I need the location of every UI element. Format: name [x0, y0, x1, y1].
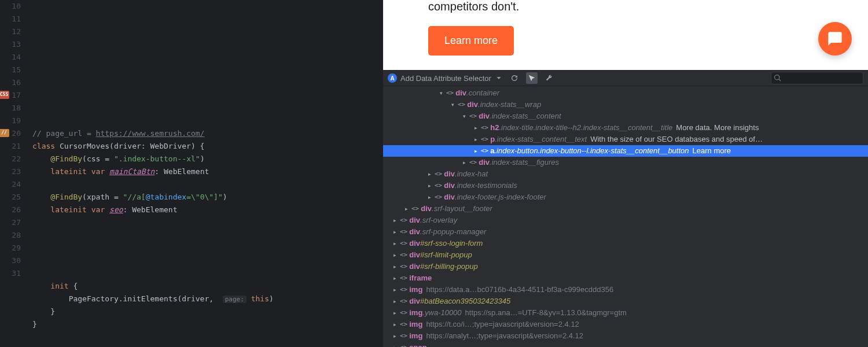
settings-wrench-icon[interactable] [543, 72, 555, 84]
dom-node[interactable]: ▸<>iframe [383, 272, 868, 284]
refresh-icon[interactable] [509, 72, 520, 84]
learn-more-button[interactable]: Learn more [428, 26, 514, 56]
selector-badge-icon: A [388, 73, 397, 83]
element-picker-icon[interactable] [526, 72, 538, 84]
dom-node[interactable]: ▸<>imghttps://analyt…;type=javascript&ve… [383, 330, 868, 342]
dom-node[interactable]: ▸<>h2.index-title.index-title--h2.index-… [383, 122, 868, 134]
chevron-down-icon[interactable] [495, 74, 503, 82]
dom-node[interactable]: ▸<>imghttps://t.co/i…;type=javascript&ve… [383, 319, 868, 330]
dom-node[interactable]: ▸<>div#srf-sso-login-form [383, 238, 868, 249]
add-selector-label[interactable]: Add Data Attribute Selector [400, 74, 491, 83]
dom-node[interactable]: ▸<>div.index-hat [383, 168, 868, 180]
line-number-gutter: 1011121314151617CSS181920//2122232425262… [0, 0, 29, 347]
embedded-browser[interactable]: competitors don't. Learn more [383, 0, 868, 70]
dom-node[interactable]: ▾<>div.index-stats__wrap [383, 99, 868, 110]
dom-node[interactable]: ▸<>img.ywa-10000https://sp.ana…=UTF-8&yv… [383, 307, 868, 319]
code-editor-pane: 1011121314151617CSS181920//2122232425262… [0, 0, 383, 347]
dom-node[interactable]: ▸<>div.srf-layout__footer [383, 203, 868, 215]
dom-node[interactable]: ▸<>imghttps://data.a…bc0716b-4a34-4511-b… [383, 284, 868, 296]
page-body-text: competitors don't. [428, 0, 823, 13]
inspector-toolbar: A Add Data Attribute Selector [383, 70, 868, 86]
dom-node[interactable]: ▸<>div#srf-limit-popup [383, 249, 868, 261]
dom-node[interactable]: ▾<>div.container [383, 87, 868, 99]
dom-node[interactable]: ▸<>a.index-button.index-button--l.index-… [383, 145, 868, 157]
code-area[interactable]: // page_url = https://www.semrush.com/cl… [29, 0, 383, 347]
right-pane: competitors don't. Learn more A Add Data… [383, 0, 868, 347]
dom-tree[interactable]: ▾<>div.container▾<>div.index-stats__wrap… [383, 86, 868, 347]
dom-node[interactable]: ▸<>p.index-stats__content__textWith the … [383, 134, 868, 145]
intercom-chat-icon[interactable] [818, 22, 852, 56]
dom-node[interactable]: ▸<>div.index-stats__figures [383, 157, 868, 168]
dom-node[interactable]: ▸<>div#batBeacon395032423345 [383, 296, 868, 307]
dom-node[interactable]: ▸<>div#srf-billing-popup [383, 261, 868, 272]
dom-node[interactable]: ▸<>div.index-footer.js-index-footer [383, 191, 868, 203]
dom-node[interactable]: ▾<>div.index-stats__content [383, 110, 868, 122]
dom-node[interactable]: ▸<>span [383, 342, 868, 347]
inspector-search-input[interactable] [771, 72, 863, 84]
dom-node[interactable]: ▸<>div.index-testimonials [383, 180, 868, 191]
dom-node[interactable]: ▸<>div.srf-overlay [383, 215, 868, 226]
dom-node[interactable]: ▸<>div.srf-popup-manager [383, 226, 868, 238]
